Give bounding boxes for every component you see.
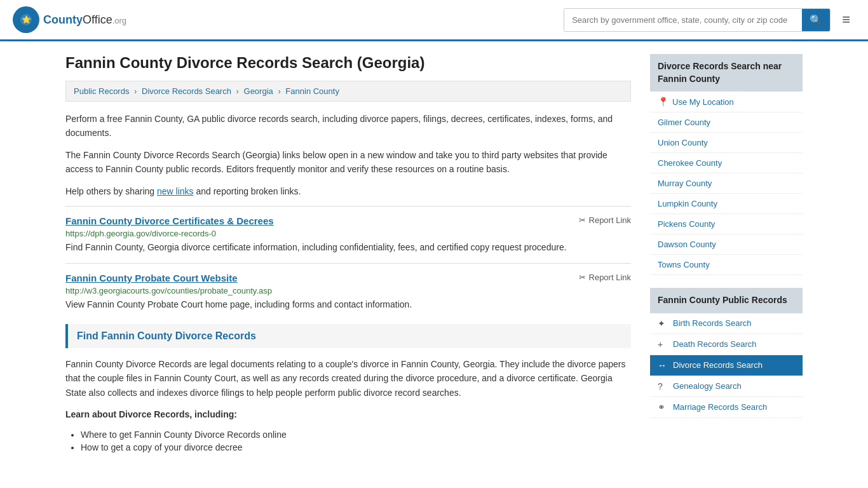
record-link-1: Fannin County Divorce Certificates & Dec… [65,206,631,254]
breadcrumb: Public Records › Divorce Records Search … [65,81,631,102]
birth-icon: ✦ [658,318,668,329]
sidebar: Divorce Records Search near Fannin Count… [650,54,803,455]
sidebar-public-records-title: Fannin County Public Records [650,288,803,313]
search-input[interactable] [564,10,802,30]
death-icon: + [658,339,668,349]
record-link-1-title[interactable]: Fannin County Divorce Certificates & Dec… [65,215,274,226]
new-links-link[interactable]: new links [157,186,194,196]
page-title: Fannin County Divorce Records Search (Ge… [65,54,631,72]
logo-icon: ⭐ [13,6,39,33]
intro-paragraph-1: Perform a free Fannin County, GA public … [65,112,631,140]
genealogy-icon: ? [658,381,668,391]
search-nav: 🔍 ≡ [564,8,855,32]
divorce-records-link[interactable]: Divorce Records Search [673,360,763,370]
record-link-1-desc: Find Fannin County, Georgia divorce cert… [65,241,631,254]
logo-area: ⭐ CountyOffice.org [13,6,126,33]
breadcrumb-public-records[interactable]: Public Records [74,86,129,96]
sidebar-public-records-section: Fannin County Public Records ✦ Birth Rec… [650,288,803,418]
intro-paragraph-3: Help others by sharing new links and rep… [65,184,631,198]
sidebar-nearby-title: Divorce Records Search near Fannin Count… [650,54,803,92]
breadcrumb-fannin-county[interactable]: Fannin County [285,86,339,96]
birth-records-link[interactable]: Birth Records Search [673,318,752,328]
death-records-link[interactable]: Death Records Search [673,339,757,349]
breadcrumb-divorce-records[interactable]: Divorce Records Search [142,86,231,96]
learn-bullets: Where to get Fannin County Divorce Recor… [81,430,631,452]
sidebar-county-dawson[interactable]: Dawson County [650,234,803,255]
content-area: Fannin County Divorce Records Search (Ge… [65,54,631,455]
sidebar-genealogy[interactable]: ? Genealogy Search [650,376,803,397]
main-container: Fannin County Divorce Records Search (Ge… [53,41,815,468]
record-link-2-url: http://w3.georgiacourts.gov/counties/pro… [65,286,631,295]
record-link-2-desc: View Fannin County Probate Court home pa… [65,298,631,311]
breadcrumb-georgia[interactable]: Georgia [244,86,273,96]
sidebar-county-pickens[interactable]: Pickens County [650,214,803,234]
marriage-records-link[interactable]: Marriage Records Search [673,402,767,412]
bullet-1: Where to get Fannin County Divorce Recor… [81,430,631,440]
use-my-location[interactable]: 📍 Use My Location [650,92,803,112]
sidebar-divorce-records[interactable]: ↔ Divorce Records Search [650,355,803,376]
sidebar-county-union[interactable]: Union County [650,133,803,153]
intro-paragraph-2: The Fannin County Divorce Records Search… [65,148,631,177]
sidebar-death-records[interactable]: + Death Records Search [650,334,803,355]
site-header: ⭐ CountyOffice.org 🔍 ≡ [0,0,868,41]
find-section-header: Find Fannin County Divorce Records [65,324,631,348]
sidebar-county-cherokee[interactable]: Cherokee County [650,153,803,173]
genealogy-link[interactable]: Genealogy Search [673,381,742,391]
sidebar-county-towns[interactable]: Towns County [650,255,803,275]
record-link-2-title[interactable]: Fannin County Probate Court Website [65,273,238,283]
sidebar-marriage-records[interactable]: ⚭ Marriage Records Search [650,397,803,418]
location-pin-icon: 📍 [658,97,668,107]
sidebar-county-gilmer[interactable]: Gilmer County [650,112,803,133]
sidebar-nearby-section: Divorce Records Search near Fannin Count… [650,54,803,275]
use-my-location-link[interactable]: Use My Location [672,97,734,107]
marriage-icon: ⚭ [658,402,668,412]
sidebar-county-lumpkin[interactable]: Lumpkin County [650,194,803,214]
record-link-2: Fannin County Probate Court Website ✂ Re… [65,263,631,311]
record-link-1-url: https://dph.georgia.gov/divorce-records-… [65,229,631,238]
record-link-2-header: Fannin County Probate Court Website ✂ Re… [65,273,631,283]
logo-text: CountyOffice.org [43,13,126,27]
sidebar-birth-records[interactable]: ✦ Birth Records Search [650,313,803,334]
learn-title: Learn about Divorce Records, including: [65,407,631,421]
record-link-1-header: Fannin County Divorce Certificates & Dec… [65,215,631,226]
bullet-2: How to get a copy of your divorce decree [81,442,631,452]
search-button[interactable]: 🔍 [802,9,830,31]
sidebar-county-murray[interactable]: Murray County [650,173,803,194]
report-link-2-button[interactable]: ✂ Report Link [579,273,631,282]
find-body-text: Fannin County Divorce Records are legal … [65,357,631,400]
search-box: 🔍 [564,8,831,32]
divorce-icon: ↔ [658,360,668,370]
menu-button[interactable]: ≡ [837,9,855,30]
report-link-1-button[interactable]: ✂ Report Link [579,215,631,225]
svg-text:⭐: ⭐ [22,15,31,24]
